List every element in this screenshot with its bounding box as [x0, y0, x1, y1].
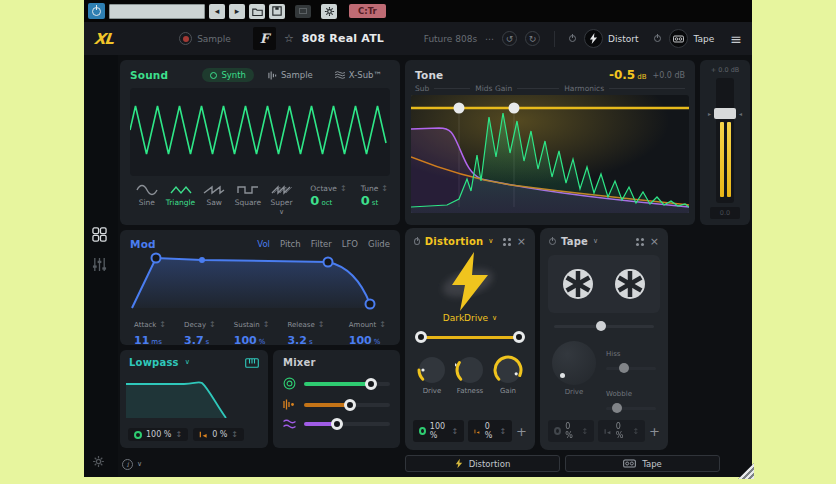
redo-icon[interactable]: ↻ [525, 31, 540, 46]
range-knob-right[interactable] [513, 331, 525, 343]
distortion-title[interactable]: Distortion [425, 236, 483, 247]
add-modulator-button[interactable]: + [516, 424, 527, 439]
distortion-range-slider[interactable] [417, 331, 523, 343]
next-preset-button[interactable]: ▸ [229, 4, 245, 19]
filter-type-selector[interactable]: Lowpass [129, 357, 179, 368]
keytrack-icon[interactable] [245, 358, 259, 368]
amount-stepper[interactable]: Amount↕ 100% [349, 320, 386, 348]
output-fader[interactable]: ▸ ◂ [716, 78, 734, 203]
preset-artwork[interactable]: F [253, 27, 276, 50]
slider-knob[interactable] [596, 321, 606, 331]
sustain-stepper[interactable]: Sustain↕ 100% [234, 320, 270, 348]
open-button[interactable] [249, 4, 265, 19]
tape-drive-knob[interactable] [552, 341, 596, 385]
hiss-slider[interactable] [606, 363, 656, 373]
env-icon [554, 427, 561, 435]
filter-env-amount[interactable]: 100 %↕ [128, 428, 188, 441]
slider-knob[interactable] [612, 403, 622, 413]
distortion-env-amount[interactable]: 100 %↕ [413, 420, 464, 442]
tape-blend-slider[interactable] [554, 321, 654, 331]
fx-slot-tape-button[interactable]: Tape [565, 455, 720, 472]
drive-knob[interactable]: Drive [417, 355, 447, 395]
distort-power-icon[interactable] [569, 35, 576, 42]
wave-sine-button[interactable]: Sine [132, 184, 162, 207]
chevron-down-icon: ∨ [593, 238, 598, 245]
preset-name-field[interactable] [109, 4, 205, 19]
attack-stepper[interactable]: Attack↕ 11ms [134, 320, 166, 348]
tape-env-amount[interactable]: 0 %↕ [548, 420, 594, 442]
slider-knob[interactable] [344, 399, 356, 411]
power-button[interactable] [88, 3, 105, 19]
settings-button[interactable] [321, 4, 337, 19]
filter-curve[interactable] [126, 370, 262, 422]
tab-vol[interactable]: Vol [257, 239, 270, 249]
slider-knob[interactable] [365, 378, 377, 390]
filter-velocity-amount[interactable]: 0 %↕ [193, 428, 244, 441]
range-knob-left[interactable] [415, 331, 427, 343]
stepper-icon: ↕ [340, 184, 347, 193]
wave-saw-button[interactable]: Saw [199, 184, 229, 207]
mode-synth-button[interactable]: Synth [202, 68, 254, 82]
waveform-display[interactable] [130, 88, 390, 176]
wave-triangle-button[interactable]: Triangle [166, 184, 196, 207]
release-stepper[interactable]: Release↕ 3.2s [287, 320, 324, 348]
fader-handle[interactable] [714, 108, 736, 119]
decay-stepper[interactable]: Decay↕ 3.7s [184, 320, 216, 348]
wave-super-button[interactable]: Super ∨ [267, 184, 297, 216]
sidebar-mixer-view-button[interactable] [92, 257, 107, 272]
distortion-algorithm-selector[interactable]: DarkDrive∨ [405, 313, 535, 323]
envelope-editor[interactable] [130, 250, 390, 318]
close-icon[interactable]: × [650, 236, 659, 247]
settings-gear-button[interactable] [92, 455, 105, 468]
decay-handle [199, 257, 205, 263]
fatness-knob[interactable]: Fatness [455, 355, 485, 395]
tape-title[interactable]: Tape [561, 236, 588, 247]
mode-xsub-button[interactable]: X-Sub™ [327, 68, 390, 82]
tape-power-icon[interactable] [654, 35, 661, 42]
fx-chip-tape[interactable]: Tape [669, 29, 714, 48]
tab-pitch[interactable]: Pitch [280, 239, 301, 249]
slider-knob[interactable] [331, 418, 343, 430]
tape-power-icon[interactable] [549, 238, 556, 245]
fx-chip-distort[interactable]: Distort [584, 29, 638, 48]
synth-level-slider[interactable] [304, 382, 390, 386]
sound-title: Sound [130, 69, 168, 81]
tune-stepper[interactable]: Tune↕ 0st [361, 184, 388, 208]
wave-square-button[interactable]: Square [233, 184, 263, 207]
triangle-icon [170, 184, 192, 196]
favorite-star-icon[interactable]: ☆ [284, 32, 294, 45]
sub-level-slider[interactable] [304, 422, 390, 426]
distortion-velocity-amount[interactable]: 0 %↕ [468, 420, 512, 442]
tape-velocity-amount[interactable]: 0 %↕ [598, 420, 645, 442]
preset-title[interactable]: 808 Real ATL [302, 32, 384, 45]
fx-slot-distortion-button[interactable]: Distortion [405, 455, 560, 472]
save-button[interactable] [269, 4, 285, 19]
sample-record-button[interactable]: Sample [179, 32, 231, 45]
drag-handle-icon[interactable] [503, 238, 505, 241]
tab-lfo[interactable]: LFO [342, 239, 358, 249]
host-toolbar: ◂ ▸ C:Tr [84, 0, 752, 22]
add-modulator-button[interactable]: + [649, 424, 660, 439]
tab-filter[interactable]: Filter [311, 239, 332, 249]
resize-handle[interactable] [738, 463, 754, 479]
prev-preset-button[interactable]: ◂ [209, 4, 225, 19]
tone-graph[interactable] [411, 95, 689, 217]
plugin-header: XL Sample F ☆ 808 Real ATL Future 808s ⋯… [84, 22, 752, 55]
undo-icon[interactable]: ↺ [502, 31, 517, 46]
close-icon[interactable]: × [517, 236, 526, 247]
tab-glide[interactable]: Glide [368, 239, 390, 249]
info-icon: i [122, 459, 133, 470]
distortion-power-icon[interactable] [414, 238, 420, 245]
slider-knob[interactable] [619, 363, 629, 373]
gain-knob[interactable]: Gain [493, 355, 523, 395]
octave-stepper[interactable]: Octave↕ 0oct [310, 184, 346, 208]
menu-icon[interactable]: ≡ [730, 32, 742, 46]
drag-handle-icon[interactable] [636, 238, 639, 241]
tone-gain-value[interactable]: -0.5dB [609, 68, 647, 82]
wobble-slider[interactable] [606, 403, 656, 413]
more-options-icon[interactable]: ⋯ [485, 34, 494, 44]
sample-level-slider[interactable] [304, 403, 390, 407]
mode-sample-button[interactable]: Sample [260, 68, 321, 82]
info-button[interactable]: i ∨ [122, 459, 142, 470]
sidebar-pads-view-button[interactable] [92, 227, 107, 242]
